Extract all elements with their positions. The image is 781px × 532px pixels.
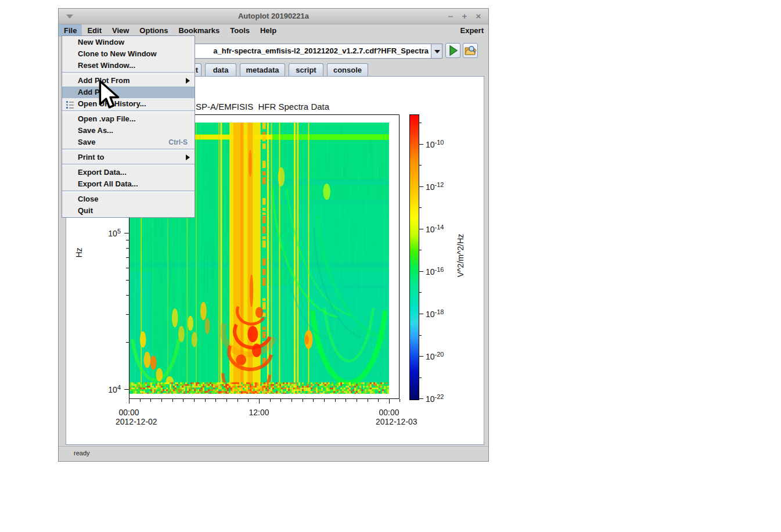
axis-tick (280, 399, 281, 402)
axis-tick (126, 268, 129, 268)
menu-item-add-plot-from[interactable]: Add Plot From (62, 75, 195, 87)
menu-tools[interactable]: Tools (225, 24, 255, 37)
x-tick-date-label: 2012-12-02 (116, 417, 157, 426)
axis-tick (226, 399, 227, 402)
menu-separator (62, 190, 195, 193)
menu-separator (62, 110, 195, 113)
x-tick-label: 12:00 (242, 408, 276, 417)
menu-item-label: Open .vap File... (78, 114, 136, 123)
axis-tick (126, 248, 129, 249)
axis-tick (194, 399, 195, 402)
axis-tick (183, 399, 183, 402)
axis-tick (419, 123, 422, 123)
axis-tick (324, 399, 325, 402)
menu-item-label: Reset Window... (78, 61, 135, 70)
menu-item-save[interactable]: SaveCtrl-S (62, 136, 195, 148)
axis-tick (124, 233, 129, 233)
axis-tick (378, 399, 379, 402)
menu-item-reset-window[interactable]: Reset Window... (62, 60, 195, 71)
menu-file[interactable]: File (59, 24, 82, 37)
axis-tick (126, 280, 129, 281)
history-list-icon (66, 100, 74, 112)
status-bar: ready (59, 446, 488, 461)
axis-tick (419, 144, 423, 145)
menu-item-close[interactable]: Close (62, 193, 195, 205)
axis-tick (150, 399, 151, 402)
tab-console[interactable]: console (327, 63, 368, 76)
axis-tick (419, 356, 423, 357)
menu-separator (62, 149, 195, 151)
minimize-button[interactable]: – (445, 9, 456, 24)
chevron-down-icon (434, 50, 440, 53)
axis-tick (419, 398, 423, 399)
axis-tick (126, 295, 129, 296)
menu-item-label: Close (78, 195, 98, 203)
menu-item-export-data[interactable]: Export Data... (62, 167, 195, 178)
menu-item-label: Save As... (78, 126, 113, 135)
menu-item-quit[interactable]: Quit (62, 205, 195, 217)
menu-item-label: Quit (78, 206, 93, 215)
file-menu-popup: New WindowClone to New WindowReset Windo… (62, 35, 195, 218)
status-text: ready (74, 450, 90, 456)
axis-tick (419, 292, 422, 293)
window-title: Autoplot 20190221a (59, 9, 488, 24)
x-tick-date-label: 2012-12-03 (376, 417, 418, 426)
maximize-button[interactable]: + (459, 9, 470, 24)
axis-tick (215, 399, 216, 402)
tab-script[interactable]: script (289, 63, 323, 76)
axis-tick (205, 399, 206, 402)
uri-dropdown-button[interactable] (431, 44, 442, 59)
colorbar-tick-label: 10-16 (426, 265, 444, 276)
tab-data[interactable]: data (205, 63, 236, 76)
submenu-arrow-icon (186, 78, 190, 84)
mouse-cursor (97, 80, 121, 113)
menu-bookmarks[interactable]: Bookmarks (173, 24, 225, 37)
axis-tick (172, 399, 173, 402)
axis-tick (419, 165, 422, 166)
axis-tick (124, 389, 129, 390)
axis-tick (313, 399, 314, 402)
colorbar-tick-label: 10-22 (426, 393, 444, 404)
colorbar[interactable] (409, 114, 419, 400)
y-tick-label: 104 (93, 383, 121, 394)
axis-tick (357, 399, 357, 402)
inspect-uri-button[interactable] (463, 43, 478, 58)
menu-item-open-vap-file[interactable]: Open .vap File... (62, 113, 195, 125)
window-titlebar[interactable]: Autoplot 20190221a – + × (59, 9, 488, 24)
menu-separator (62, 164, 195, 166)
axis-tick (345, 399, 346, 402)
menu-item-clone-to-new-window[interactable]: Clone to New Window (62, 48, 195, 60)
menu-item-open-uri-history[interactable]: Open URI History... (62, 98, 195, 110)
menu-item-new-window[interactable]: New Window (62, 37, 195, 48)
menu-help[interactable]: Help (255, 24, 282, 37)
menu-item-save-as[interactable]: Save As... (62, 125, 195, 136)
menu-item-label: Save (78, 138, 95, 146)
menu-item-print-to[interactable]: Print to (62, 152, 195, 163)
menu-item-export-all-data[interactable]: Export All Data... (62, 178, 195, 190)
axis-tick (400, 399, 400, 402)
axis-tick (126, 240, 129, 240)
close-button[interactable]: × (473, 9, 484, 24)
menu-view[interactable]: View (107, 24, 134, 37)
axis-tick (129, 399, 129, 404)
accelerator-label: Ctrl-S (168, 136, 188, 148)
axis-tick (140, 399, 141, 402)
plot-title: SP-A/EMFISIS HFR Spectra Data (196, 102, 329, 112)
menu-bar: FileEditViewOptionsBookmarksToolsHelp Ex… (59, 24, 488, 37)
axis-tick (419, 207, 422, 208)
axis-tick (303, 399, 303, 402)
go-button[interactable] (445, 43, 460, 58)
axis-tick (335, 399, 336, 402)
axis-tick (126, 342, 129, 343)
axis-tick (419, 250, 422, 250)
axis-tick (291, 399, 292, 402)
menu-options[interactable]: Options (134, 24, 173, 37)
axis-tick (126, 314, 129, 315)
tab-metadata[interactable]: metadata (240, 63, 285, 76)
menu-item-label: Export Data... (78, 168, 127, 177)
expert-mode-label[interactable]: Expert (460, 24, 484, 37)
play-icon (446, 44, 460, 57)
y-axis-label: Hz (74, 241, 84, 264)
menu-item-add-plot[interactable]: Add Plot... (62, 87, 195, 98)
menu-edit[interactable]: Edit (82, 24, 107, 37)
